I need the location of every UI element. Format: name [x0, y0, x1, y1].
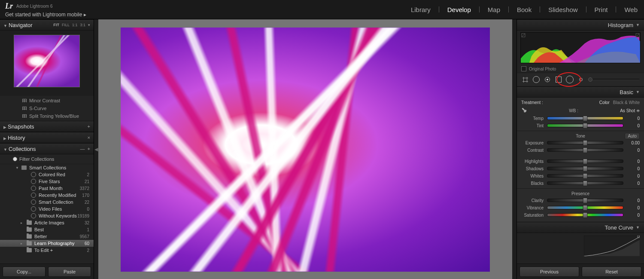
white-balance-dropper-icon[interactable]	[520, 106, 529, 115]
shadows-slider[interactable]	[547, 167, 623, 170]
module-map[interactable]: Map	[486, 5, 501, 14]
exposure-slider[interactable]	[547, 141, 623, 144]
paste-button[interactable]: Paste	[48, 267, 91, 277]
collection-item[interactable]: ▸Article Images32	[0, 219, 94, 226]
smart-collection-icon	[31, 199, 36, 205]
smart-folder-icon	[21, 166, 27, 170]
module-web[interactable]: Web	[623, 5, 639, 14]
copy-button[interactable]: Copy...	[3, 267, 46, 277]
filter-label: Filter Collections	[19, 156, 54, 162]
adjustment-brush-tool-icon[interactable]	[577, 76, 585, 83]
reset-button[interactable]: Reset	[582, 267, 641, 277]
whites-value[interactable]: 0	[627, 174, 640, 178]
highlights-slider[interactable]	[547, 159, 623, 163]
vibrance-slider[interactable]	[547, 206, 623, 209]
collapse-icon[interactable]: —	[80, 146, 85, 151]
collection-label: Recently Modified	[39, 193, 76, 198]
collection-item[interactable]: Better9567	[0, 233, 94, 240]
tool-size-slider[interactable]	[588, 79, 640, 80]
add-snapshot-icon[interactable]: +	[88, 124, 90, 129]
crop-tool-icon[interactable]	[521, 76, 529, 83]
filter-icon	[13, 157, 17, 161]
preset-item[interactable]: Split Toning Yellow/Blue	[0, 112, 94, 120]
snapshots-header[interactable]: ▶ Snapshots +	[0, 121, 94, 132]
redeye-tool-icon[interactable]	[544, 76, 551, 83]
module-book[interactable]: Book	[516, 5, 533, 14]
main-image-preview[interactable]	[121, 28, 490, 272]
collection-item[interactable]: Recently Modified170	[0, 192, 94, 199]
highlights-value[interactable]: 0	[627, 159, 640, 164]
spot-removal-tool-icon[interactable]	[532, 76, 540, 83]
saturation-slider[interactable]	[547, 213, 623, 217]
zoom-fit[interactable]: FIT	[53, 23, 59, 27]
zoom-fill[interactable]: FILL	[62, 23, 70, 27]
clarity-slider[interactable]	[547, 199, 623, 202]
tint-label: Tint	[521, 123, 544, 128]
histogram-display[interactable]	[520, 32, 641, 63]
collection-item[interactable]: To Edit +2	[0, 247, 94, 254]
temp-slider[interactable]	[547, 117, 623, 120]
collection-item[interactable]: Without Keywords19189	[0, 212, 94, 219]
shadows-value[interactable]: 0	[627, 166, 640, 171]
module-print[interactable]: Print	[593, 5, 609, 14]
right-panel-toggle[interactable]	[512, 19, 516, 279]
folder-icon	[27, 227, 32, 232]
tone-curve-header[interactable]: Tone Curve ▼	[517, 222, 644, 233]
vibrance-value[interactable]: 0	[627, 205, 640, 210]
tint-value[interactable]: 0	[627, 123, 640, 128]
module-develop[interactable]: Develop	[446, 5, 472, 14]
wb-preset-select[interactable]: As Shot ≑	[620, 108, 640, 113]
graduated-filter-tool-icon[interactable]	[555, 76, 562, 83]
collection-item[interactable]: Past Month3372	[0, 185, 94, 192]
zoom-1-1[interactable]: 1:1	[72, 23, 78, 27]
exposure-value[interactable]: 0.00	[627, 141, 640, 145]
auto-tone-button[interactable]: Auto	[625, 133, 640, 139]
app-title: Adobe Lightroom 6	[16, 4, 53, 9]
wb-label: WB :	[531, 108, 617, 113]
navigator-thumbnail[interactable]	[14, 35, 80, 87]
contrast-value[interactable]: 0	[627, 148, 640, 153]
saturation-value[interactable]: 0	[627, 213, 640, 218]
module-slideshow[interactable]: Slideshow	[547, 5, 579, 14]
whites-slider[interactable]	[547, 174, 623, 178]
left-panel-toggle[interactable]: ◀	[94, 19, 98, 279]
collection-item[interactable]: Five Stars21	[0, 178, 94, 185]
preset-label: Split Toning Yellow/Blue	[29, 113, 79, 119]
smart-collection-icon	[31, 213, 36, 218]
collection-item[interactable]: Best1	[0, 226, 94, 233]
lightroom-mobile-link[interactable]: Get started with Lightroom mobile ▸	[5, 12, 86, 18]
tint-slider[interactable]	[547, 124, 623, 127]
contrast-label: Contrast	[521, 148, 544, 153]
treatment-label: Treatment :	[521, 100, 543, 105]
smart-collections-folder[interactable]: ▼Smart Collections	[0, 164, 94, 171]
collection-item[interactable]: Video Files0	[0, 205, 94, 212]
histogram-header[interactable]: Histogram ▼	[517, 19, 644, 31]
radial-filter-tool-icon[interactable]	[566, 76, 574, 83]
collection-item[interactable]: Smart Collection22	[0, 199, 94, 205]
module-library[interactable]: Library	[410, 5, 432, 14]
collection-item-selected[interactable]: ▸Learn Photography60	[0, 240, 94, 247]
zoom-menu-icon[interactable]: ▾	[88, 23, 90, 27]
original-photo-checkbox[interactable]	[521, 66, 526, 71]
contrast-slider[interactable]	[547, 148, 623, 152]
temp-value[interactable]: 0	[627, 116, 640, 121]
tone-curve-display[interactable]	[521, 236, 640, 256]
blacks-value[interactable]: 0	[627, 181, 640, 186]
filter-collections[interactable]: Filter Collections	[0, 154, 94, 164]
previous-button[interactable]: Previous	[519, 267, 579, 277]
preset-item[interactable]: S-Curve	[0, 104, 94, 112]
basic-panel-header[interactable]: Basic ▼	[517, 86, 644, 98]
treatment-bw[interactable]: Black & White	[613, 100, 640, 105]
collection-item[interactable]: Colored Red2	[0, 171, 94, 178]
collections-header[interactable]: ▼ Collections —+	[0, 143, 94, 154]
treatment-color[interactable]: Color	[599, 100, 610, 105]
clear-history-icon[interactable]: ×	[88, 135, 90, 140]
blacks-slider[interactable]	[547, 181, 623, 185]
exposure-label: Exposure	[521, 141, 544, 145]
preset-item[interactable]: Minor Contrast	[0, 97, 94, 104]
add-collection-icon[interactable]: +	[88, 146, 90, 151]
clarity-value[interactable]: 0	[627, 198, 640, 203]
zoom-3-1[interactable]: 3:1	[80, 23, 85, 27]
navigator-header[interactable]: ▼ Navigator FIT FILL 1:1 3:1 ▾	[0, 19, 94, 31]
history-header[interactable]: ▶ History ×	[0, 132, 94, 143]
